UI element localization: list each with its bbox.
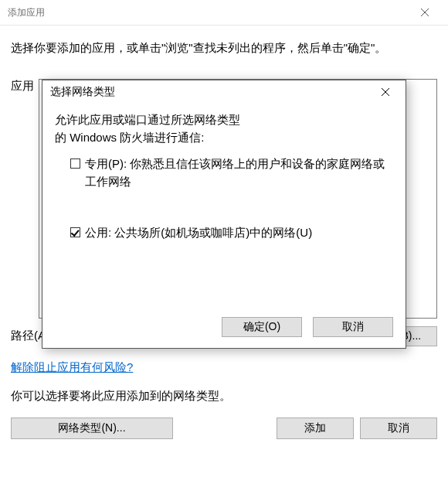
private-checkbox-label: 专用(P): 你熟悉且信任该网络上的用户和设备的家庭网络或工作网络 bbox=[85, 155, 393, 190]
modal-desc-line1: 允许此应用或端口通过所选网络类型 bbox=[55, 111, 393, 129]
private-checkbox[interactable] bbox=[70, 158, 80, 169]
apps-label: 应用 bbox=[11, 79, 34, 94]
modal-body: 允许此应用或端口通过所选网络类型 的 Windows 防火墙进行通信: 专用(P… bbox=[42, 104, 406, 348]
parent-close-button[interactable] bbox=[409, 0, 440, 25]
bottom-button-row: 网络类型(N)... 添加 取消 bbox=[11, 418, 437, 439]
close-icon bbox=[382, 88, 389, 96]
public-checkbox-label: 公用: 公共场所(如机场或咖啡店)中的网络(U) bbox=[85, 224, 393, 242]
network-type-dialog: 选择网络类型 允许此应用或端口通过所选网络类型 的 Windows 防火墙进行通… bbox=[42, 80, 406, 349]
network-type-text: 你可以选择要将此应用添加到的网络类型。 bbox=[11, 389, 437, 404]
add-button[interactable]: 添加 bbox=[277, 418, 354, 439]
modal-title: 选择网络类型 bbox=[50, 85, 370, 99]
modal-button-row: 确定(O) 取消 bbox=[55, 317, 393, 337]
parent-title: 添加应用 bbox=[8, 6, 409, 19]
risk-link[interactable]: 解除阻止应用有何风险? bbox=[11, 360, 133, 375]
spacer bbox=[55, 245, 393, 310]
modal-close-button[interactable] bbox=[370, 81, 401, 103]
modal-cancel-button[interactable]: 取消 bbox=[313, 317, 393, 337]
modal-titlebar: 选择网络类型 bbox=[42, 80, 406, 104]
modal-desc-line2: 的 Windows 防火墙进行通信: bbox=[55, 129, 393, 147]
instruction-text: 选择你要添加的应用，或单击"浏览"查找未列出的程序，然后单击"确定"。 bbox=[11, 39, 437, 57]
ok-button[interactable]: 确定(O) bbox=[222, 317, 302, 337]
parent-titlebar: 添加应用 bbox=[0, 0, 448, 26]
close-icon bbox=[421, 9, 429, 16]
network-type-button[interactable]: 网络类型(N)... bbox=[11, 418, 173, 439]
spacer bbox=[55, 193, 393, 224]
private-network-option[interactable]: 专用(P): 你熟悉且信任该网络上的用户和设备的家庭网络或工作网络 bbox=[70, 155, 393, 190]
public-checkbox[interactable] bbox=[70, 227, 80, 237]
public-network-option[interactable]: 公用: 公共场所(如机场或咖啡店)中的网络(U) bbox=[70, 224, 393, 242]
add-app-window: 添加应用 选择你要添加的应用，或单击"浏览"查找未列出的程序，然后单击"确定"。… bbox=[0, 0, 448, 484]
parent-cancel-button[interactable]: 取消 bbox=[360, 418, 437, 439]
